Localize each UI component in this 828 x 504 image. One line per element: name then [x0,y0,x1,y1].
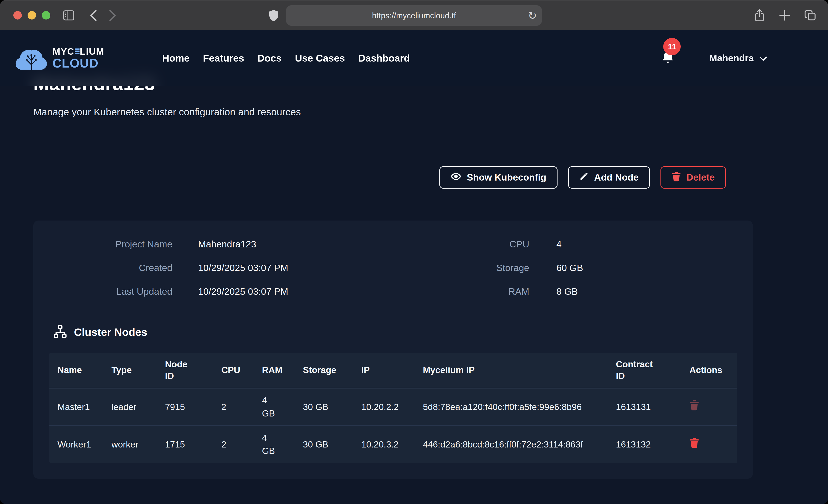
nav-link-use-cases[interactable]: Use Cases [295,53,345,64]
column-header: Mycelium IP [415,352,608,388]
traffic-lights [13,11,50,19]
cluster-nodes-heading: Cluster Nodes [53,324,753,340]
brand-word-cloud: CLOUD [52,57,104,70]
user-name: Mahendra [709,53,754,64]
delete-cluster-button[interactable]: Delete [660,166,726,188]
bell-icon [660,62,675,66]
cluster-details-panel: Project Name Mahendra123 Created 10/29/2… [33,220,753,479]
detail-label: Project Name [53,239,172,250]
detail-value: 60 GB [556,262,753,274]
column-header: RAM [254,352,295,388]
column-header: Type [104,352,157,388]
node-row-worker1: Worker1 worker 1715 2 4 GB 30 GB 10.20.3… [49,426,737,463]
detail-value: 4 [556,239,753,250]
main-content: Mahendra123 Manage your Kubernetes clust… [0,30,828,479]
brand-letter-e [75,48,80,54]
cell-ip: 10.20.2.2 [353,388,415,426]
cell-node-id: 1715 [157,426,213,463]
cluster-actions: Show Kubeconfig Add Node Delete [33,166,726,188]
zoom-window-button[interactable] [42,11,50,19]
chevron-down-icon [759,53,767,64]
nav-links: Home Features Docs Use Cases Dashboard [162,53,410,64]
url-text: https://myceliumcloud.tf [372,11,456,20]
minimize-window-button[interactable] [28,11,36,19]
detail-value: 10/29/2025 03:07 PM [198,286,403,297]
nav-link-dashboard[interactable]: Dashboard [358,53,410,64]
cell-storage: 30 GB [295,426,353,463]
cell-contract-id: 1613131 [608,388,681,426]
column-header: Storage [295,352,353,388]
notification-count-badge: 11 [663,38,681,55]
column-header: CPU [213,352,254,388]
notifications-button[interactable]: 11 [660,50,675,66]
page-subtitle: Manage your Kubernetes cluster configura… [33,107,795,118]
cell-node-id: 7915 [157,388,213,426]
cell-ip: 10.20.3.2 [353,426,415,463]
column-header: Node ID [157,352,213,388]
delete-node-button[interactable] [690,400,699,411]
column-header: Contract ID [608,352,681,388]
delete-node-button[interactable] [690,437,699,448]
navbar-right: 11 Mahendra [660,50,814,66]
detail-label: Created [53,262,172,274]
address-bar[interactable]: https://myceliumcloud.tf ↻ [286,5,542,26]
node-row-master1: Master1 leader 7915 2 4 GB 30 GB 10.20.2… [49,388,737,426]
cluster-nodes-table: Name Type Node ID CPU RAM Storage IP Myc… [49,352,737,463]
detail-label: RAM [403,286,529,297]
user-menu[interactable]: Mahendra [709,53,767,64]
close-window-button[interactable] [13,11,22,19]
cell-type: worker [104,426,157,463]
cell-name: Worker1 [49,426,104,463]
table-header-row: Name Type Node ID CPU RAM Storage IP Myc… [49,352,737,388]
detail-value: Mahendra123 [198,239,403,250]
share-icon[interactable] [754,9,765,22]
cell-ram: 4 GB [254,388,295,426]
cell-ram: 4 GB [254,426,295,463]
detail-label: Storage [403,262,529,274]
nav-link-docs[interactable]: Docs [257,53,282,64]
detail-row: Created 10/29/2025 03:07 PM [53,262,403,274]
tabs-overview-icon[interactable] [804,10,816,21]
forward-icon[interactable] [109,9,117,22]
detail-value: 8 GB [556,286,753,297]
browser-window: https://myceliumcloud.tf ↻ Mahendra123 M… [0,0,828,504]
nav-link-home[interactable]: Home [162,53,190,64]
project-details: Project Name Mahendra123 Created 10/29/2… [33,239,753,297]
privacy-shield-icon[interactable] [268,10,279,22]
cell-mycelium-ip: 446:d2a6:8bcd:8c16:ff0f:72e2:3114:863f [415,426,608,463]
cell-mycelium-ip: 5d8:78ea:a120:f40c:ff0f:a5fe:99e6:8b96 [415,388,608,426]
cell-actions [681,426,737,463]
cell-storage: 30 GB [295,388,353,426]
back-icon[interactable] [89,9,97,22]
column-header: Name [49,352,104,388]
cell-cpu: 2 [213,426,254,463]
webpage: Mahendra123 Manage your Kubernetes clust… [0,30,828,504]
detail-value: 10/29/2025 03:07 PM [198,262,403,274]
cell-cpu: 2 [213,388,254,426]
column-header: IP [353,352,415,388]
detail-row: Project Name Mahendra123 [53,239,403,250]
browser-toolbar: https://myceliumcloud.tf ↻ [0,0,828,30]
new-tab-icon[interactable] [779,10,790,21]
trash-icon [672,171,681,184]
detail-row: Storage 60 GB [403,262,753,274]
network-hierarchy-icon [53,324,68,340]
detail-label: Last Updated [53,286,172,297]
nav-link-features[interactable]: Features [203,53,244,64]
show-kubeconfig-button[interactable]: Show Kubeconfig [440,166,557,188]
pencil-icon [579,172,588,183]
add-node-button[interactable]: Add Node [568,166,650,188]
detail-label: CPU [403,239,529,250]
eye-icon [451,171,461,184]
brand-logo[interactable]: MYCLIUM CLOUD [14,43,104,74]
site-navbar: MYCLIUM CLOUD Home Features Docs Use Cas… [0,30,828,86]
mycelium-cloud-logo-icon [14,43,49,74]
toolbar-right-icons [754,0,816,30]
detail-row: Last Updated 10/29/2025 03:07 PM [53,286,403,297]
reload-icon[interactable]: ↻ [528,10,537,21]
cell-type: leader [104,388,157,426]
detail-row: CPU 4 [403,239,753,250]
cell-name: Master1 [49,388,104,426]
sidebar-toggle-icon[interactable] [63,10,75,21]
cell-actions [681,388,737,426]
